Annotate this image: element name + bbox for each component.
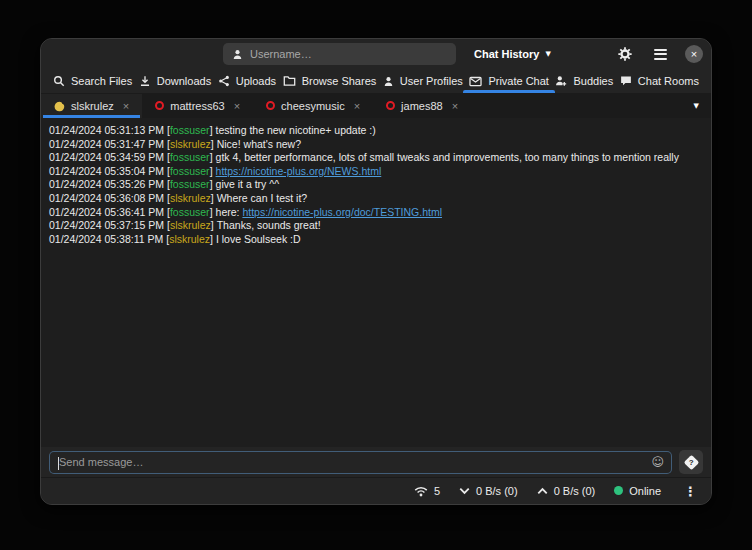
chat-tab-slskrulez[interactable]: slskrulez×	[41, 94, 142, 118]
message-username: fossuser	[170, 165, 210, 177]
chat-message: 01/24/2024 05:34:59 PM[fossuser]gtk 4, b…	[49, 151, 703, 165]
share-icon	[218, 75, 230, 87]
message-text: Where can I test it?	[217, 192, 307, 204]
emoji-icon[interactable]: ☺	[651, 452, 664, 473]
bracket: ]	[210, 233, 213, 245]
chevron-up-icon	[537, 487, 548, 495]
toolbar-item-user-profiles[interactable]: User Profiles	[380, 69, 466, 93]
search-icon	[53, 75, 65, 87]
offline-status-icon	[155, 100, 164, 112]
message-username: slskrulez	[170, 138, 211, 150]
toolbar-item-browse-shares[interactable]: Browse Shares	[280, 69, 380, 93]
chat-tab-james88[interactable]: james88×	[373, 94, 471, 118]
statusbar-label: Online	[629, 485, 661, 497]
message-text: give it a try ^^	[216, 178, 280, 190]
bracket: ]	[211, 138, 214, 150]
gear-icon[interactable]	[615, 44, 635, 64]
chat-tab-mattress63[interactable]: mattress63×	[142, 94, 253, 118]
message-timestamp: 01/24/2024 05:35:26 PM	[49, 178, 164, 190]
message-input[interactable]	[59, 456, 645, 468]
tab-close-icon[interactable]: ×	[354, 100, 360, 112]
close-icon[interactable]: ×	[685, 45, 703, 63]
message-username: fossuser	[170, 206, 210, 218]
chat-bubble-icon	[620, 75, 632, 87]
toolbar-item-label: Uploads	[236, 75, 276, 87]
person-icon	[383, 76, 394, 87]
message-link[interactable]: https://nicotine-plus.org/doc/TESTING.ht…	[242, 206, 442, 218]
toolbar-item-buddies[interactable]: Buddies	[552, 69, 616, 93]
username-input[interactable]: Username…	[223, 43, 456, 65]
message-username: slskrulez	[169, 233, 210, 245]
message-timestamp: 01/24/2024 05:37:15 PM	[49, 219, 164, 231]
chat-message: 01/24/2024 05:35:26 PM[fossuser]give it …	[49, 178, 703, 192]
away-status-icon	[54, 101, 65, 112]
message-timestamp: 01/24/2024 05:31:47 PM	[49, 138, 164, 150]
chat-tab-row: slskrulez×mattress63×cheesymusic×james88…	[41, 94, 711, 118]
chevron-down-icon: ▼	[545, 50, 550, 58]
chat-tab-label: mattress63	[170, 100, 224, 112]
toolbar-item-uploads[interactable]: Uploads	[215, 69, 279, 93]
message-timestamp: 01/24/2024 05:34:59 PM	[49, 151, 164, 163]
chat-tab-cheesymusic[interactable]: cheesymusic×	[253, 94, 373, 118]
toolbar-item-downloads[interactable]: Downloads	[136, 69, 214, 93]
toolbar-item-chat-rooms[interactable]: Chat Rooms	[617, 69, 702, 93]
message-text: gtk 4, better performance, lots of small…	[216, 151, 679, 163]
chat-message: 01/24/2024 05:35:04 PM[fossuser]https://…	[49, 165, 703, 179]
toolbar-item-label: Browse Shares	[302, 75, 377, 87]
bracket: ]	[210, 151, 213, 163]
toolbar-item-label: Private Chat	[488, 75, 549, 87]
username-placeholder: Username…	[250, 48, 312, 60]
message-timestamp: 01/24/2024 05:36:41 PM	[49, 206, 164, 218]
bracket: ]	[210, 124, 213, 136]
chat-history-label: Chat History	[474, 48, 539, 60]
toolbar-item-label: Downloads	[157, 75, 211, 87]
chat-log: 01/24/2024 05:31:13 PM[fossuser]testing …	[41, 118, 711, 447]
toolbar-item-label: Buddies	[573, 75, 613, 87]
message-entry[interactable]: ☺	[49, 451, 672, 474]
chat-history-dropdown[interactable]: Chat History ▼	[468, 45, 557, 63]
toolbar-item-private-chat[interactable]: Private Chat	[466, 69, 552, 93]
toolbar-item-label: Search Files	[71, 75, 132, 87]
statusbar-connections[interactable]: 5	[414, 485, 440, 497]
download-icon	[139, 75, 151, 87]
chat-message: 01/24/2024 05:37:15 PM[slskrulez]Thanks,…	[49, 219, 703, 233]
toolbar-item-search-files[interactable]: Search Files	[50, 69, 135, 93]
command-help-button[interactable]: ?	[679, 450, 703, 474]
status-bar: 50 B/s (0)0 B/s (0)Online⋮	[41, 477, 711, 504]
folder-icon	[283, 75, 296, 87]
message-text: I love Soulseek :D	[216, 233, 301, 245]
menu-icon[interactable]	[650, 44, 670, 64]
statusbar-connection-status[interactable]: Online	[614, 485, 661, 497]
tab-close-icon[interactable]: ×	[123, 100, 129, 112]
wifi-icon	[414, 486, 428, 497]
chat-message: 01/24/2024 05:38:11 PM[slskrulez]I love …	[49, 233, 703, 247]
envelope-icon	[469, 76, 482, 87]
chat-message: 01/24/2024 05:36:08 PM[slskrulez]Where c…	[49, 192, 703, 206]
message-timestamp: 01/24/2024 05:31:13 PM	[49, 124, 164, 136]
headerbar-actions: ×	[615, 44, 703, 64]
kebab-icon: ⋮	[680, 484, 701, 499]
chat-message: 01/24/2024 05:31:47 PM[slskrulez]Nice! w…	[49, 138, 703, 152]
statusbar-label: 0 B/s (0)	[554, 485, 596, 497]
bracket: ]	[211, 192, 214, 204]
tab-list-dropdown-button[interactable]: ▼	[682, 94, 711, 118]
toolbar-item-label: Chat Rooms	[638, 75, 699, 87]
message-text: Thanks, sounds great!	[217, 219, 321, 231]
user-icon	[232, 49, 243, 60]
bracket: ]	[210, 178, 213, 190]
message-username: slskrulez	[170, 192, 211, 204]
statusbar-status-menu[interactable]: ⋮	[680, 484, 701, 499]
message-text: here:	[216, 206, 243, 218]
statusbar-download-speed[interactable]: 0 B/s (0)	[459, 485, 518, 497]
message-username: fossuser	[170, 124, 210, 136]
chat-message: 01/24/2024 05:36:41 PM[fossuser]here: ht…	[49, 206, 703, 220]
help-diamond-icon: ?	[683, 454, 699, 470]
tab-close-icon[interactable]: ×	[234, 100, 240, 112]
headerbar: Username… Chat History ▼ ×	[41, 39, 711, 69]
buddy-add-icon	[555, 75, 567, 87]
offline-status-icon	[266, 100, 275, 112]
offline-status-icon	[386, 100, 395, 112]
statusbar-upload-speed[interactable]: 0 B/s (0)	[537, 485, 596, 497]
message-link[interactable]: https://nicotine-plus.org/NEWS.html	[216, 165, 382, 177]
tab-close-icon[interactable]: ×	[452, 100, 458, 112]
